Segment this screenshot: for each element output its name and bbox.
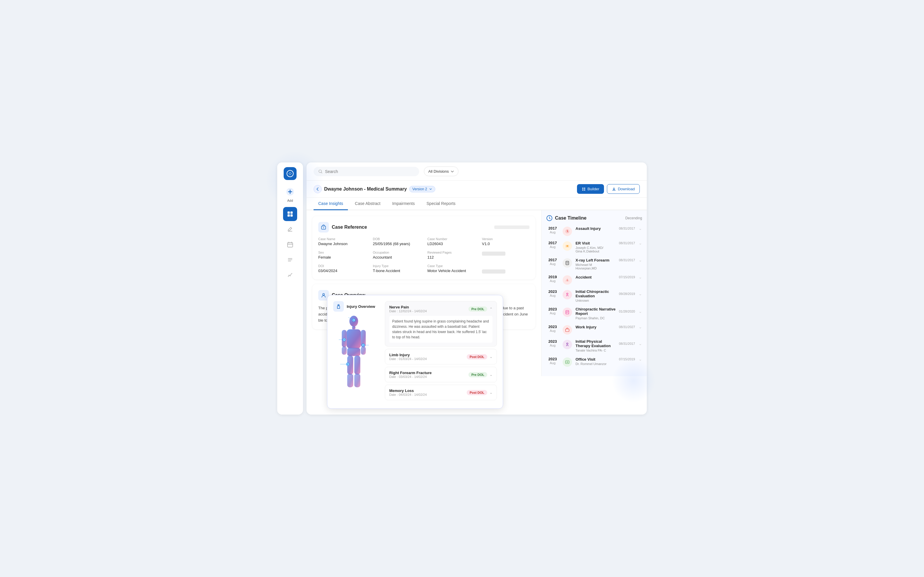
- timeline-dot-3: [563, 258, 572, 268]
- timeline-dot-6: [563, 308, 572, 317]
- office-icon: [565, 360, 570, 364]
- back-button[interactable]: [313, 185, 322, 193]
- xray-icon: [565, 261, 570, 265]
- field-redacted-1: [482, 251, 530, 259]
- timeline-item: 2017 Aug X-ray Left Forearm: [546, 258, 642, 270]
- timeline-header: Case Timeline Decending: [546, 215, 642, 221]
- injury-badge-post-1: Post DOL: [467, 354, 487, 359]
- timeline-dot-9: [563, 358, 572, 367]
- svg-rect-31: [347, 374, 353, 387]
- svg-rect-4: [291, 211, 293, 214]
- timeline-chevron-2[interactable]: ⌄: [638, 241, 642, 245]
- download-icon: [612, 187, 616, 191]
- injury-overview-card: Injury Overview: [327, 295, 503, 409]
- svg-point-18: [567, 343, 568, 345]
- tab-case-abstract[interactable]: Case Abstract: [350, 198, 385, 210]
- right-panel: Case Timeline Decending 2017 Aug: [541, 210, 647, 376]
- timeline-year-6: 2023 Aug: [546, 307, 559, 315]
- chevron-down-small-icon: [429, 188, 432, 190]
- timeline-dot-8: [563, 340, 572, 349]
- injury-expand-1[interactable]: ⌃: [489, 307, 493, 311]
- tab-case-insights[interactable]: Case Insights: [313, 198, 348, 210]
- chevron-down-icon: [451, 170, 454, 173]
- timeline-year-8: 2023 Aug: [546, 339, 559, 347]
- field-occupation: Occupation Accountant: [373, 251, 420, 259]
- timeline-chevron-3[interactable]: ⌄: [638, 258, 642, 263]
- timeline-year-5: 2023 Aug: [546, 289, 559, 297]
- svg-rect-30: [354, 355, 360, 374]
- svg-rect-23: [347, 329, 361, 348]
- timeline-chevron-7[interactable]: ⌄: [638, 324, 642, 329]
- app-logo[interactable]: [284, 167, 297, 180]
- accident-icon: [565, 278, 570, 282]
- svg-rect-16: [566, 311, 569, 314]
- timeline-content-6: Chiropractic Narrative Report 01/28/2020…: [575, 307, 642, 320]
- timeline-sort[interactable]: Decending: [625, 216, 642, 220]
- work-icon: [565, 327, 570, 332]
- breadcrumb: Dwayne Johnson - Medical Summary Version…: [313, 185, 435, 193]
- timeline-chevron-8[interactable]: ⌄: [638, 341, 642, 346]
- timeline-item: 2017 Aug Assault Injury: [546, 226, 642, 236]
- timeline-content-7: Work Injury 08/31/2027 ⌄: [575, 324, 642, 329]
- timeline-chevron-5[interactable]: ⌄: [638, 292, 642, 296]
- field-injury-type: Injury Type T-bone Accident: [373, 264, 420, 274]
- timeline-chevron-1[interactable]: ⌄: [638, 226, 642, 231]
- chiro-icon: [565, 292, 570, 297]
- field-sex: Sex Female: [318, 251, 366, 259]
- svg-rect-14: [566, 261, 569, 265]
- svg-rect-27: [361, 347, 366, 355]
- injury-item-nerve-pain: Nerve Pain Date : 12/02/24 - 14/02/24 Pr…: [385, 301, 497, 347]
- body-icon: [336, 304, 341, 309]
- timeline-chevron-4[interactable]: ⌄: [638, 275, 642, 279]
- case-reference-fields: Case Name Dwayne Johnson DOB 25/05/1956 …: [318, 237, 530, 274]
- field-case-number: Case Number LD26043: [427, 237, 475, 246]
- sidebar: Add: [277, 163, 303, 414]
- divisions-button[interactable]: All Divisions: [424, 166, 459, 176]
- timeline-content-3: X-ray Left Forearm 08/31/2017 ⌄ Micheael…: [575, 258, 642, 270]
- sidebar-nav-grid[interactable]: [283, 207, 297, 221]
- timeline-dot-1: [563, 227, 572, 236]
- timeline-content-1: Assault Injury 08/31/2017 ⌄: [575, 226, 642, 231]
- er-icon: [565, 243, 570, 248]
- builder-icon: [582, 187, 586, 191]
- timeline-chevron-9[interactable]: ⌄: [638, 357, 642, 361]
- tab-special-reports[interactable]: Special Reports: [422, 198, 460, 210]
- version-badge[interactable]: Version 2: [409, 186, 435, 192]
- svg-point-10: [323, 293, 325, 295]
- sidebar-nav-list[interactable]: [283, 253, 297, 267]
- download-button[interactable]: Download: [607, 184, 640, 194]
- injury-icon: [565, 229, 570, 234]
- injury-item-limb: Limb Injury Date : 01/03/24 - 14/02/24 P…: [385, 349, 497, 364]
- injury-expand-4[interactable]: ⌄: [489, 390, 493, 395]
- search-input[interactable]: [325, 169, 415, 174]
- timeline-chevron-6[interactable]: ⌄: [638, 309, 642, 314]
- timeline-content-4: Accident 07/15/2019 ⌄: [575, 275, 642, 279]
- injury-expand-3[interactable]: ⌄: [489, 372, 493, 377]
- sidebar-nav-calendar[interactable]: [283, 237, 297, 251]
- injury-expand-2[interactable]: ⌄: [489, 355, 493, 359]
- injury-badge-pre-1: Pre DOL: [468, 306, 487, 312]
- timeline-item: 2017 Aug ER Visit 08/31: [546, 241, 642, 253]
- injury-description-1: Patient found lying supine in grass comp…: [389, 316, 493, 343]
- svg-rect-26: [342, 347, 347, 355]
- field-reviewed-pages: Reviewed Pages 112: [427, 251, 475, 259]
- sidebar-nav-edit[interactable]: [283, 222, 297, 236]
- report-icon: [565, 310, 570, 314]
- builder-button[interactable]: Builder: [577, 184, 604, 194]
- injury-overview-icon: [333, 301, 344, 312]
- timeline-dot-5: [563, 290, 572, 299]
- timeline-year-7: 2023 Aug: [546, 324, 559, 332]
- injury-item-forearm: Right Forearm Fracture Date : 03/03/24 -…: [385, 367, 497, 382]
- timeline-title: Case Timeline: [546, 215, 586, 221]
- svg-rect-7: [288, 242, 293, 247]
- timeline-year-4: 2019 Aug: [546, 275, 559, 283]
- add-button[interactable]: Add: [284, 186, 296, 202]
- tab-impairments[interactable]: Impairments: [388, 198, 420, 210]
- redacted-bar: [494, 226, 530, 229]
- field-redacted-2: [482, 264, 530, 274]
- sidebar-nav-chart[interactable]: [283, 268, 297, 282]
- svg-rect-3: [288, 211, 290, 214]
- timeline-dot-4: [563, 275, 572, 285]
- field-case-name: Case Name Dwayne Johnson: [318, 237, 366, 246]
- search-bar[interactable]: [313, 167, 419, 176]
